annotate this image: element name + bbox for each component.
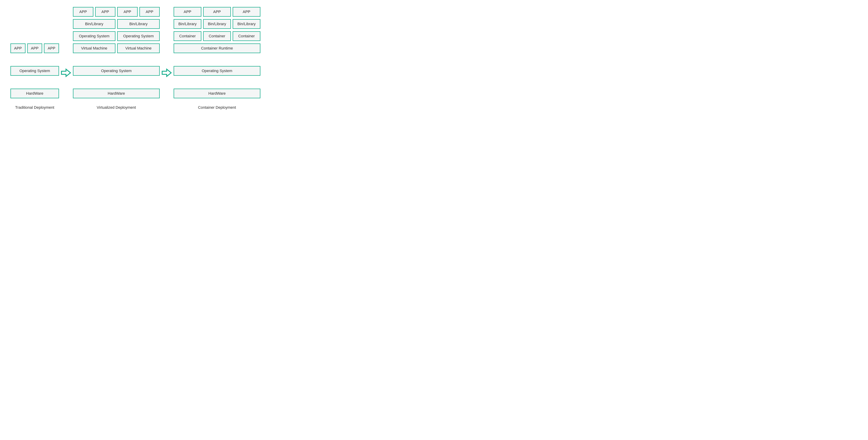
traditional-column: APP APP APP Operating System HardWare Tr… (10, 43, 59, 110)
os-box: Operating System (174, 66, 260, 76)
hardware-box: HardWare (174, 89, 260, 98)
hardware-box: HardWare (10, 89, 59, 98)
arrow-right-icon (61, 68, 71, 77)
app-box: APP (73, 7, 93, 17)
vm-box: Virtual Machine (117, 43, 160, 53)
bin-library-box: Bin/Library (174, 19, 202, 29)
arrow-right-icon (161, 68, 172, 77)
virtualized-column: APP APP APP APP Bin/Library Bin/Library … (73, 7, 160, 110)
app-box: APP (44, 43, 59, 53)
bin-library-box: Bin/Library (73, 19, 116, 29)
app-box: APP (117, 7, 138, 17)
app-box: APP (10, 43, 26, 53)
runtime-box: Container Runtime (174, 43, 260, 53)
container-box: Container (203, 31, 231, 41)
bin-library-box: Bin/Library (203, 19, 231, 29)
bin-library-box: Bin/Library (232, 19, 260, 29)
arrow-column: . (160, 68, 174, 110)
app-box: APP (140, 7, 160, 17)
hardware-box: HardWare (73, 89, 160, 98)
traditional-caption: Traditional Deployment (10, 105, 59, 110)
vm-box: Virtual Machine (73, 43, 116, 53)
app-box: APP (174, 7, 202, 17)
deployment-evolution-diagram: APP APP APP Operating System HardWare Tr… (10, 7, 858, 110)
app-box: APP (203, 7, 231, 17)
container-caption: Container Deployment (174, 105, 260, 110)
container-box: Container (174, 31, 202, 41)
virtualized-caption: Virtualized Deployment (73, 105, 160, 110)
os-box: Operating System (10, 66, 59, 76)
app-box: APP (232, 7, 260, 17)
bin-library-box: Bin/Library (117, 19, 160, 29)
app-box: APP (95, 7, 116, 17)
container-box: Container (232, 31, 260, 41)
app-box: APP (27, 43, 42, 53)
container-column: APP APP APP Bin/Library Bin/Library Bin/… (174, 7, 260, 110)
guest-os-box: Operating System (73, 31, 116, 41)
guest-os-box: Operating System (117, 31, 160, 41)
arrow-column: . (59, 68, 73, 110)
os-box: Operating System (73, 66, 160, 76)
